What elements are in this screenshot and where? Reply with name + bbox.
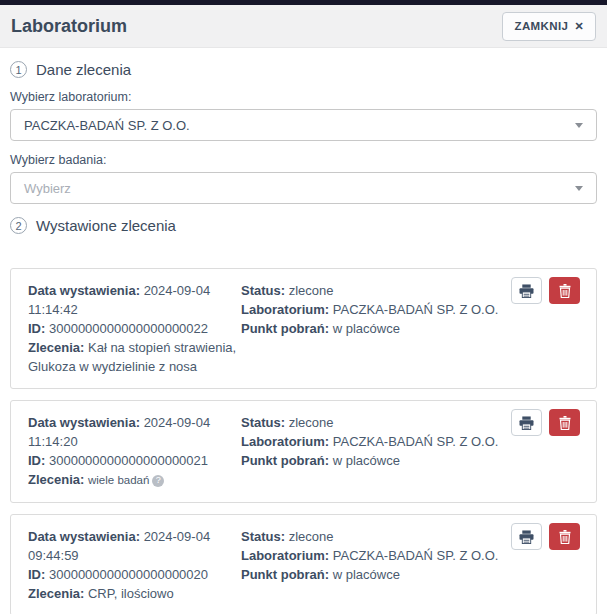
- order-actions: [511, 409, 580, 436]
- order-lab-line: Laboratorium: PACZKA-BADAŃ SP. Z O.O.: [241, 300, 511, 319]
- step-1-header: 1 Dane zlecenia: [10, 61, 597, 78]
- order-lab-line: Laboratorium: PACZKA-BADAŃ SP. Z O.O.: [241, 432, 511, 451]
- print-button[interactable]: [511, 277, 542, 304]
- step-1-number-badge: 1: [10, 61, 27, 78]
- tests-select[interactable]: Wybierz: [10, 172, 597, 204]
- close-button[interactable]: ZAMKNIJ ✕: [502, 12, 596, 41]
- trash-icon: [559, 284, 571, 298]
- delete-button[interactable]: [549, 523, 580, 550]
- delete-button[interactable]: [549, 409, 580, 436]
- chevron-down-icon: [575, 186, 583, 191]
- order-actions: [511, 277, 580, 304]
- order-left-column: Data wystawienia: 2024-09-04 11:14:42 ID…: [28, 281, 241, 376]
- order-point-line: Punkt pobrań: w placówce: [241, 319, 511, 338]
- printer-icon: [519, 284, 534, 298]
- laboratory-select-label: Wybierz laboratorium:: [10, 90, 597, 104]
- step-2-number-badge: 2: [10, 217, 27, 234]
- order-lab-line: Laboratorium: PACZKA-BADAŃ SP. Z O.O.: [241, 546, 511, 565]
- order-status-line: Status: zlecone: [241, 413, 511, 432]
- step-2-title: Wystawione zlecenia: [36, 217, 176, 234]
- order-point-line: Punkt pobrań: w placówce: [241, 451, 511, 470]
- close-icon: ✕: [574, 20, 584, 33]
- print-button[interactable]: [511, 523, 542, 550]
- order-id-line: ID: 3000000000000000000021: [28, 451, 241, 470]
- orders-list: Data wystawienia: 2024-09-04 11:14:42 ID…: [10, 268, 597, 614]
- order-right-column: Status: zlecone Laboratorium: PACZKA-BAD…: [241, 527, 511, 584]
- tests-select-placeholder: Wybierz: [24, 181, 71, 196]
- order-card: Data wystawienia: 2024-09-04 11:14:20 ID…: [10, 400, 597, 503]
- order-card: Data wystawienia: 2024-09-04 09:44:59 ID…: [10, 514, 597, 614]
- printer-icon: [519, 530, 534, 544]
- order-date-line: Data wystawienia: 2024-09-04 11:14:42: [28, 281, 241, 319]
- laboratory-select[interactable]: PACZKA-BADAŃ SP. Z O.O.: [10, 109, 597, 141]
- close-button-label: ZAMKNIJ: [514, 20, 568, 32]
- order-status-line: Status: zlecone: [241, 527, 511, 546]
- order-point-line: Punkt pobrań: w placówce: [241, 565, 511, 584]
- help-icon[interactable]: ?: [152, 475, 164, 487]
- tests-select-label: Wybierz badania:: [10, 153, 597, 167]
- order-date-line: Data wystawienia: 2024-09-04 09:44:59: [28, 527, 241, 565]
- trash-icon: [559, 416, 571, 430]
- modal-header: Laboratorium ZAMKNIJ ✕: [0, 5, 607, 48]
- trash-icon: [559, 530, 571, 544]
- chevron-down-icon: [575, 123, 583, 128]
- order-tests-line: Zlecenia: CRP, ilościowo: [28, 584, 241, 603]
- order-actions: [511, 523, 580, 550]
- order-right-column: Status: zlecone Laboratorium: PACZKA-BAD…: [241, 413, 511, 470]
- laboratory-select-value: PACZKA-BADAŃ SP. Z O.O.: [24, 118, 190, 133]
- delete-button[interactable]: [549, 277, 580, 304]
- order-date-line: Data wystawienia: 2024-09-04 11:14:20: [28, 413, 241, 451]
- order-right-column: Status: zlecone Laboratorium: PACZKA-BAD…: [241, 281, 511, 338]
- order-tests-line: Zlecenia: wiele badań?: [28, 470, 241, 490]
- order-status-line: Status: zlecone: [241, 281, 511, 300]
- order-left-column: Data wystawienia: 2024-09-04 11:14:20 ID…: [28, 413, 241, 490]
- order-card: Data wystawienia: 2024-09-04 11:14:42 ID…: [10, 268, 597, 389]
- order-id-line: ID: 3000000000000000000022: [28, 319, 241, 338]
- step-1-title: Dane zlecenia: [36, 61, 131, 78]
- order-id-line: ID: 3000000000000000000020: [28, 565, 241, 584]
- modal-content: 1 Dane zlecenia Wybierz laboratorium: PA…: [0, 61, 607, 614]
- print-button[interactable]: [511, 409, 542, 436]
- order-left-column: Data wystawienia: 2024-09-04 09:44:59 ID…: [28, 527, 241, 603]
- order-tests-line: Zlecenia: Kał na stopień strawienia, Glu…: [28, 338, 241, 376]
- step-2-header: 2 Wystawione zlecenia: [10, 217, 597, 234]
- printer-icon: [519, 416, 534, 430]
- page-title: Laboratorium: [11, 16, 127, 37]
